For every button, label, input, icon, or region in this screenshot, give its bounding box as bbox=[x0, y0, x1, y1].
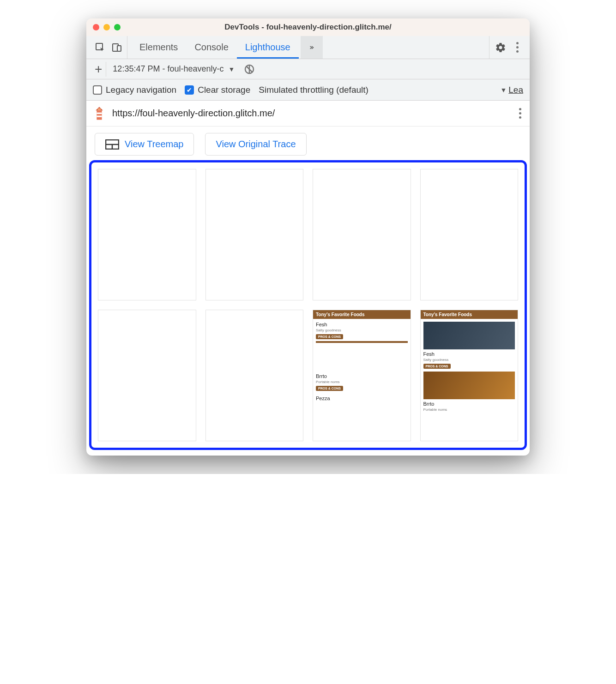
tab-lighthouse[interactable]: Lighthouse bbox=[237, 36, 299, 59]
food-name: Brrto bbox=[423, 401, 515, 407]
checkbox-checked-icon: ✔ bbox=[185, 85, 194, 95]
view-trace-label: View Original Trace bbox=[216, 139, 296, 150]
report-header: https://foul-heavenly-direction.glitch.m… bbox=[86, 101, 530, 126]
inspect-icon[interactable] bbox=[95, 42, 106, 53]
filmstrip-frame[interactable] bbox=[420, 169, 519, 300]
food-name: Fesh bbox=[316, 322, 408, 327]
close-window-button[interactable] bbox=[93, 24, 99, 30]
window-controls bbox=[93, 24, 121, 30]
view-treemap-label: View Treemap bbox=[125, 139, 183, 150]
filmstrip-frame-header: Tony's Favorite Foods bbox=[313, 310, 411, 319]
food-name: Pezza bbox=[316, 396, 408, 401]
throttling-label: Simulated throttling (default) bbox=[259, 85, 368, 95]
pros-cons-tag: PROS & CONS bbox=[316, 386, 343, 391]
checkbox-unchecked-icon bbox=[93, 85, 102, 95]
maximize-window-button[interactable] bbox=[114, 24, 121, 30]
filmstrip-frame[interactable] bbox=[205, 169, 304, 300]
food-subtitle: Salty goodness bbox=[423, 358, 515, 362]
window-title: DevTools - foul-heavenly-direction.glitc… bbox=[86, 23, 530, 32]
legacy-navigation-label: Legacy navigation bbox=[106, 85, 176, 95]
filmstrip-highlight: Tony's Favorite Foods Fesh Salty goodnes… bbox=[89, 160, 527, 450]
tabs-overflow-button[interactable] bbox=[301, 36, 323, 59]
treemap-icon bbox=[105, 139, 119, 150]
more-menu-icon[interactable] bbox=[514, 40, 520, 54]
devtools-window: DevTools - foul-heavenly-direction.glitc… bbox=[86, 18, 530, 456]
view-original-trace-button[interactable]: View Original Trace bbox=[205, 133, 306, 156]
filmstrip-frame[interactable] bbox=[205, 310, 304, 441]
tab-console[interactable]: Console bbox=[186, 36, 236, 59]
audit-selector-label[interactable]: 12:35:47 PM - foul-heavenly-c bbox=[111, 64, 223, 74]
learn-more-link[interactable]: Lea bbox=[508, 85, 523, 95]
clear-storage-label: Clear storage bbox=[198, 85, 250, 95]
tab-elements[interactable]: Elements bbox=[131, 36, 186, 59]
food-subtitle: Portable noms bbox=[316, 380, 408, 384]
filmstrip: Tony's Favorite Foods Fesh Salty goodnes… bbox=[98, 169, 518, 441]
new-audit-button[interactable]: + bbox=[91, 62, 106, 77]
food-image bbox=[423, 372, 515, 399]
food-name: Brrto bbox=[316, 373, 408, 379]
minimize-window-button[interactable] bbox=[103, 24, 110, 30]
clear-audit-icon[interactable] bbox=[244, 64, 255, 75]
filmstrip-frame[interactable]: Tony's Favorite Foods Fesh Salty goodnes… bbox=[420, 310, 519, 441]
svg-rect-7 bbox=[97, 115, 102, 117]
svg-rect-9 bbox=[98, 108, 101, 110]
titlebar: DevTools - foul-heavenly-direction.glitc… bbox=[86, 18, 530, 36]
filmstrip-frame[interactable] bbox=[98, 169, 196, 300]
pros-cons-tag: PROS & CONS bbox=[316, 334, 343, 339]
food-subtitle: Portable noms bbox=[423, 408, 515, 412]
options-bar: Legacy navigation ✔ Clear storage Simula… bbox=[86, 79, 530, 101]
clear-storage-checkbox[interactable]: ✔ Clear storage bbox=[185, 85, 250, 95]
tabs-bar: Elements Console Lighthouse bbox=[86, 36, 530, 59]
svg-rect-5 bbox=[97, 110, 102, 120]
learn-more-caret-icon[interactable]: ▼ bbox=[500, 86, 507, 94]
food-image bbox=[423, 322, 515, 349]
food-name: Fesh bbox=[423, 351, 515, 357]
pros-cons-tag: PROS & CONS bbox=[423, 364, 451, 369]
filmstrip-frame[interactable] bbox=[313, 169, 411, 300]
lighthouse-icon bbox=[93, 105, 106, 122]
report-url[interactable]: https://foul-heavenly-direction.glitch.m… bbox=[112, 108, 511, 119]
svg-rect-6 bbox=[97, 112, 102, 114]
filmstrip-frame[interactable]: Tony's Favorite Foods Fesh Salty goodnes… bbox=[313, 310, 411, 441]
view-treemap-button[interactable]: View Treemap bbox=[95, 133, 194, 156]
legacy-navigation-checkbox[interactable]: Legacy navigation bbox=[93, 85, 176, 95]
device-toggle-icon[interactable] bbox=[111, 42, 122, 53]
filmstrip-frame-header: Tony's Favorite Foods bbox=[421, 310, 518, 319]
audit-selector-caret-icon[interactable]: ▼ bbox=[229, 66, 235, 73]
gear-icon[interactable] bbox=[495, 42, 506, 53]
report-actions: View Treemap View Original Trace bbox=[86, 126, 530, 160]
report-menu-icon[interactable] bbox=[517, 106, 523, 120]
svg-rect-2 bbox=[117, 46, 121, 51]
filmstrip-frame[interactable] bbox=[98, 310, 196, 441]
audit-toolbar: + 12:35:47 PM - foul-heavenly-c ▼ bbox=[86, 59, 530, 79]
food-subtitle: Salty goodness bbox=[316, 328, 408, 332]
